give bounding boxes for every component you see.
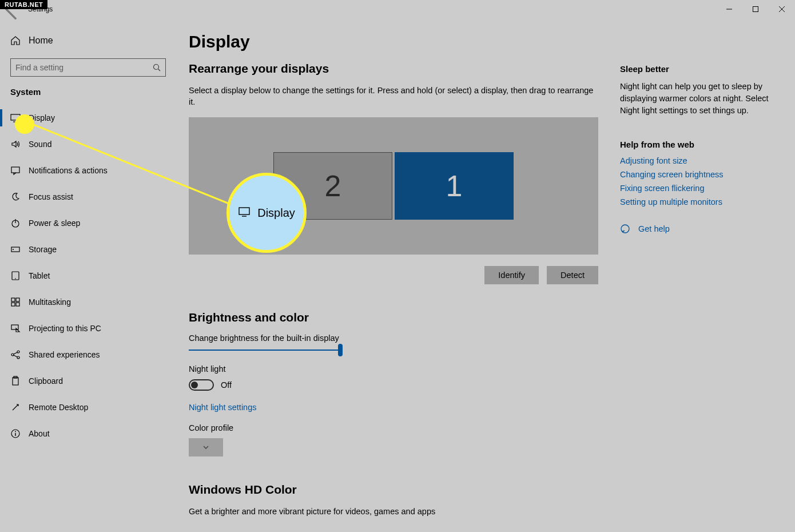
svg-line-23 (14, 352, 17, 354)
close-button[interactable] (769, 0, 795, 18)
minimize-icon (726, 6, 732, 12)
help-links: Adjusting font size Changing screen brig… (620, 156, 774, 207)
search-input[interactable] (15, 63, 153, 72)
nightlight-toggle[interactable] (189, 379, 214, 391)
sidebar-item-projecting[interactable]: Projecting to this PC (0, 315, 176, 342)
home-icon (10, 35, 21, 46)
tablet-icon (10, 271, 21, 281)
rearrange-subtitle: Select a display below to change the set… (189, 85, 598, 108)
power-icon (10, 218, 21, 228)
get-help-link[interactable]: Get help (638, 224, 670, 233)
brightness-slider[interactable] (189, 350, 341, 351)
nightlight-state: Off (221, 380, 232, 390)
annotation-label: Display (257, 207, 295, 220)
help-link-flickering[interactable]: Fixing screen flickering (620, 184, 774, 193)
sidebar-category: System (0, 87, 176, 97)
close-icon (779, 6, 785, 12)
svg-rect-8 (11, 167, 19, 173)
sidebar-item-label: Remote Desktop (29, 403, 88, 412)
hdcolor-subtitle: Get a brighter and more vibrant picture … (189, 506, 598, 517)
get-help-row[interactable]: Get help (620, 224, 774, 234)
svg-line-5 (158, 69, 161, 72)
sidebar-item-remote-desktop[interactable]: Remote Desktop (0, 394, 176, 420)
annotation-callout: Display (226, 173, 307, 253)
nightlight-label: Night light (189, 364, 598, 374)
sidebar-item-label: Power & sleep (29, 219, 80, 228)
svg-line-24 (14, 355, 17, 357)
identify-button[interactable]: Identify (484, 266, 539, 284)
svg-point-14 (15, 278, 16, 279)
svg-rect-17 (11, 303, 15, 306)
sidebar-item-label: Shared experiences (29, 350, 100, 359)
help-link-multiple-monitors[interactable]: Setting up multiple monitors (620, 197, 774, 207)
detect-button[interactable]: Detect (547, 266, 598, 284)
sidebar-item-label: Clipboard (29, 376, 63, 386)
svg-point-20 (11, 354, 14, 356)
search-icon (153, 63, 161, 72)
brightness-label: Change brightness for the built-in displ… (189, 334, 598, 343)
share-icon (10, 350, 21, 360)
sidebar-item-focus-assist[interactable]: Focus assist (0, 184, 176, 210)
svg-rect-31 (239, 208, 249, 215)
aside-column: Sleep better Night light can help you ge… (620, 62, 774, 526)
help-link-font-size[interactable]: Adjusting font size (620, 156, 774, 165)
sidebar-item-label: Storage (29, 245, 57, 254)
watermark-badge: RUTAB.NET (0, 0, 47, 9)
svg-point-29 (15, 431, 16, 432)
sidebar-item-power-sleep[interactable]: Power & sleep (0, 210, 176, 236)
chat-icon (10, 165, 21, 176)
help-web-title: Help from the web (620, 140, 774, 149)
annotation-dot (15, 114, 34, 134)
svg-rect-19 (11, 325, 18, 329)
info-icon (10, 428, 21, 439)
display-box-1[interactable]: 1 (395, 152, 514, 220)
sidebar-item-storage[interactable]: Storage (0, 236, 176, 263)
sleep-better-text: Night light can help you get to sleep by… (620, 81, 774, 117)
svg-point-21 (17, 351, 19, 353)
main-column: Rearrange your displays Select a display… (189, 62, 598, 526)
sidebar-item-shared-experiences[interactable]: Shared experiences (0, 342, 176, 368)
multitask-icon (10, 297, 21, 307)
brightness-title: Brightness and color (189, 311, 598, 324)
sidebar-item-multitasking[interactable]: Multitasking (0, 289, 176, 315)
sidebar-item-sound[interactable]: Sound (0, 131, 176, 157)
colorprofile-dropdown[interactable] (189, 438, 223, 456)
remote-icon (10, 402, 21, 412)
hdcolor-title: Windows HD Color (189, 483, 598, 497)
maximize-icon (753, 6, 758, 12)
search-input-box[interactable] (10, 58, 166, 77)
colorprofile-label: Color profile (189, 423, 598, 432)
sidebar-item-label: About (29, 429, 50, 438)
svg-rect-15 (11, 298, 15, 301)
sidebar-item-clipboard[interactable]: Clipboard (0, 368, 176, 394)
sidebar-item-about[interactable]: About (0, 420, 176, 447)
svg-point-4 (154, 65, 159, 70)
sidebar-item-tablet[interactable]: Tablet (0, 263, 176, 289)
svg-point-12 (13, 249, 14, 250)
svg-point-22 (17, 356, 19, 359)
chevron-down-icon (202, 444, 209, 451)
sidebar-item-label: Projecting to this PC (29, 324, 101, 333)
titlebar: Settings (0, 0, 795, 18)
help-chat-icon (620, 224, 630, 234)
help-link-brightness[interactable]: Changing screen brightness (620, 170, 774, 179)
maximize-button[interactable] (742, 0, 769, 18)
sidebar-item-label: Tablet (29, 271, 50, 280)
toggle-knob (191, 382, 198, 388)
svg-rect-1 (753, 7, 758, 12)
sidebar-item-label: Sound (29, 140, 51, 149)
sidebar-home[interactable]: Home (0, 29, 176, 53)
minimize-button[interactable] (716, 0, 742, 18)
svg-rect-18 (16, 303, 19, 306)
clipboard-icon (10, 376, 21, 386)
monitor-icon (238, 205, 251, 220)
brightness-slider-thumb[interactable] (338, 344, 343, 356)
svg-rect-16 (16, 298, 19, 301)
sidebar-item-label: Focus assist (29, 192, 73, 201)
nightlight-settings-link[interactable]: Night light settings (189, 403, 256, 412)
sidebar-item-label: Notifications & actions (29, 166, 108, 175)
svg-rect-25 (13, 378, 18, 385)
moon-icon (10, 192, 21, 202)
storage-icon (10, 244, 21, 255)
page-title: Display (189, 32, 795, 51)
